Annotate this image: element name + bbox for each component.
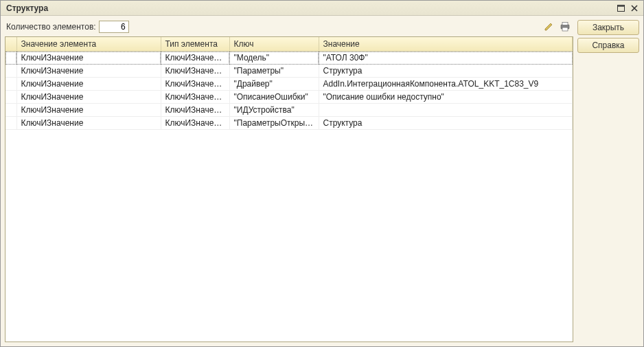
maximize-icon	[617, 5, 625, 12]
row-handle	[5, 65, 16, 78]
cell-value: "Описание ошибки недоступно"	[319, 91, 573, 104]
col-header-elem-type[interactable]: Тип элемента	[161, 37, 229, 52]
row-handle	[5, 117, 16, 130]
pencil-icon	[544, 22, 553, 32]
col-header-value[interactable]: Значение	[319, 37, 573, 52]
cell-value: Структура	[319, 65, 573, 78]
row-handle	[5, 91, 16, 104]
titlebar: Структура	[1, 1, 643, 16]
maximize-button[interactable]	[614, 3, 627, 14]
window: Структура Количество элементов:	[0, 0, 644, 347]
toolbar: Количество элементов:	[5, 20, 573, 36]
table-row[interactable]: КлючИЗначение КлючИЗначение "Параметры" …	[5, 65, 573, 78]
col-header-elem-value[interactable]: Значение элемента	[16, 37, 161, 52]
window-title: Структура	[3, 3, 613, 13]
table-row[interactable]: КлючИЗначение КлючИЗначение "ПараметрыОт…	[5, 117, 573, 130]
help-button[interactable]: Справка	[577, 38, 639, 53]
cell-value: "АТОЛ 30Ф"	[319, 52, 573, 65]
table-container[interactable]: Значение элемента Тип элемента Ключ Знач…	[5, 36, 573, 342]
count-label: Количество элементов:	[6, 22, 96, 32]
cell-key: "Модель"	[229, 52, 319, 65]
close-icon	[631, 5, 638, 12]
cell-value: Структура	[319, 117, 573, 130]
col-header-key[interactable]: Ключ	[229, 37, 319, 52]
row-handle	[5, 78, 16, 91]
print-button[interactable]	[558, 20, 572, 34]
close-action-button[interactable]: Закрыть	[577, 20, 639, 35]
cell-elem-value: КлючИЗначение	[16, 65, 161, 78]
cell-elem-value: КлючИЗначение	[16, 117, 161, 130]
data-table: Значение элемента Тип элемента Ключ Знач…	[5, 37, 573, 130]
table-body: КлючИЗначение КлючИЗначение "Модель" "АТ…	[5, 52, 573, 130]
right-column: Закрыть Справка	[577, 20, 639, 342]
table-row[interactable]: КлючИЗначение КлючИЗначение "ОписаниеОши…	[5, 91, 573, 104]
svg-rect-6	[562, 27, 568, 31]
edit-button[interactable]	[542, 20, 555, 34]
svg-rect-5	[562, 23, 568, 25]
cell-elem-value: КлючИЗначение	[16, 104, 161, 117]
cell-elem-type: КлючИЗначение	[161, 52, 229, 65]
cell-key: "ОписаниеОшибки"	[229, 91, 319, 104]
cell-elem-type: КлючИЗначение	[161, 117, 229, 130]
cell-elem-type: КлючИЗначение	[161, 91, 229, 104]
cell-key: "Драйвер"	[229, 78, 319, 91]
row-handle	[5, 52, 16, 65]
table-row[interactable]: КлючИЗначение КлючИЗначение "Модель" "АТ…	[5, 52, 573, 65]
cell-elem-type: КлючИЗначение	[161, 65, 229, 78]
cell-key: "Параметры"	[229, 65, 319, 78]
cell-elem-value: КлючИЗначение	[16, 91, 161, 104]
col-header-handle[interactable]	[5, 37, 16, 52]
cell-value: AddIn.ИнтеграционнаяКомпонента.ATOL_KKT_…	[319, 78, 573, 91]
main-column: Количество элементов:	[5, 20, 573, 342]
cell-key: "ИДУстройства"	[229, 104, 319, 117]
printer-icon	[560, 22, 571, 32]
cell-elem-type: КлючИЗначение	[161, 78, 229, 91]
cell-elem-value: КлючИЗначение	[16, 52, 161, 65]
close-button[interactable]	[628, 3, 641, 14]
cell-value	[319, 104, 573, 117]
table-header-row: Значение элемента Тип элемента Ключ Знач…	[5, 37, 573, 52]
cell-key: "ПараметрыОткрытия…	[229, 117, 319, 130]
cell-elem-type: КлючИЗначение	[161, 104, 229, 117]
row-handle	[5, 104, 16, 117]
body: Количество элементов:	[1, 16, 643, 346]
count-input[interactable]	[99, 21, 129, 33]
table-row[interactable]: КлючИЗначение КлючИЗначение "ИДУстройств…	[5, 104, 573, 117]
table-row[interactable]: КлючИЗначение КлючИЗначение "Драйвер" Ad…	[5, 78, 573, 91]
cell-elem-value: КлючИЗначение	[16, 78, 161, 91]
